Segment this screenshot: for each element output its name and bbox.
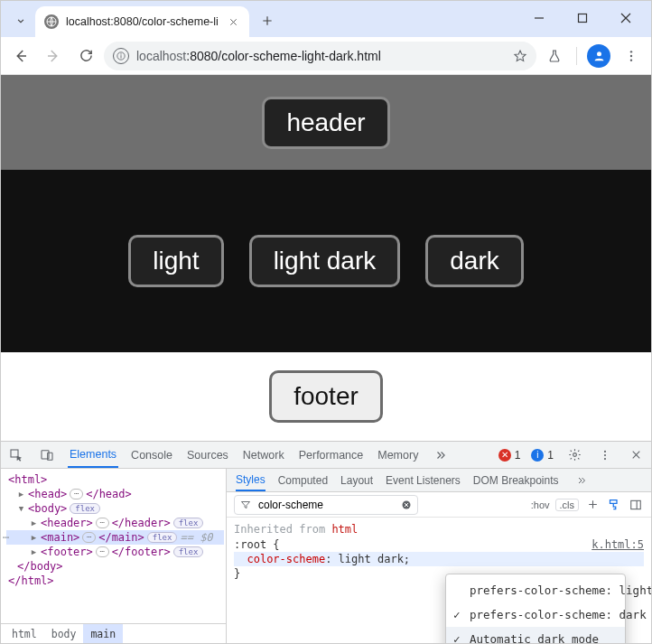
styles-rules[interactable]: Inherited from html k.html:5:root { colo… [227, 518, 651, 643]
separator [576, 47, 577, 65]
new-tab-button[interactable] [255, 8, 280, 33]
reload-icon [79, 48, 94, 63]
devtools-tab-console[interactable]: Console [129, 442, 174, 468]
page-main-band: light light dark dark [1, 170, 651, 352]
maximize-icon [577, 13, 588, 23]
kebab-icon [599, 449, 611, 462]
breadcrumb: html body main [1, 623, 226, 643]
computed-toggle-button[interactable] [628, 499, 644, 511]
bookmark-button[interactable] [513, 49, 527, 63]
svg-point-14 [604, 453, 606, 455]
devtools-tab-sources[interactable]: Sources [185, 442, 230, 468]
devtools-tab-memory[interactable]: Memory [376, 442, 420, 468]
tab-close-button[interactable] [226, 14, 242, 30]
clear-icon[interactable] [401, 499, 412, 510]
minimize-button[interactable] [519, 5, 559, 32]
chevrons-right-icon [434, 449, 447, 462]
page-main-button-dark[interactable]: dark [425, 235, 523, 287]
page-header-band: header [1, 75, 651, 170]
inspect-button[interactable] [6, 445, 26, 465]
color-scheme-popup: prefers-color-scheme: light ✓prefers-col… [445, 574, 626, 643]
crumb-main[interactable]: main [83, 624, 123, 643]
star-icon [513, 49, 527, 63]
crumb-html[interactable]: html [5, 624, 44, 643]
devtools-tab-performance[interactable]: Performance [297, 442, 366, 468]
svg-point-6 [630, 51, 632, 52]
devtools-body: <html> ▶<head> ⋯ </head> ▼<body> flex ▶<… [1, 469, 651, 643]
plus-icon [587, 499, 599, 510]
site-info-button[interactable] [113, 48, 129, 64]
back-button[interactable] [6, 42, 35, 70]
plus-icon [261, 14, 274, 27]
styles-tab-layout[interactable]: Layout [340, 474, 373, 487]
styles-pane: Styles Computed Layout Event Listeners D… [227, 469, 651, 643]
svg-rect-17 [631, 500, 641, 509]
cls-toggle[interactable]: .cls [555, 499, 580, 511]
address-bar[interactable]: localhost:8080/color-scheme-light-dark.h… [104, 42, 536, 70]
devtools-menu-button[interactable] [595, 445, 615, 465]
svg-point-5 [597, 51, 601, 56]
titlebar: localhost:8080/color-scheme-li [1, 1, 651, 37]
arrow-right-icon [45, 48, 61, 64]
filter-icon [240, 499, 251, 510]
device-toggle-button[interactable] [37, 445, 57, 465]
error-count[interactable]: ✕1 [498, 449, 521, 462]
styles-filter-input[interactable] [256, 498, 396, 512]
page-viewport: header light light dark dark footer [1, 75, 651, 441]
maximize-button[interactable] [563, 5, 602, 32]
paint-icon [608, 498, 621, 511]
svg-point-3 [120, 53, 121, 54]
info-count[interactable]: i1 [531, 449, 554, 462]
toolbar: localhost:8080/color-scheme-light-dark.h… [1, 37, 651, 75]
avatar-icon [587, 44, 610, 68]
devtools-close-button[interactable] [626, 445, 646, 465]
svg-rect-1 [579, 14, 587, 23]
reload-button[interactable] [71, 42, 100, 70]
devtools: Elements Console Sources Network Perform… [1, 441, 651, 643]
labs-button[interactable] [540, 42, 569, 70]
new-style-button[interactable] [584, 499, 601, 510]
page-footer-band: footer [1, 352, 651, 441]
page-main-button-light[interactable]: light [128, 235, 223, 287]
minimize-icon [534, 13, 545, 23]
dom-tree[interactable]: <html> ▶<head> ⋯ </head> ▼<body> flex ▶<… [1, 469, 227, 643]
page-main-button-lightdark[interactable]: light dark [249, 235, 401, 287]
devtools-tab-elements[interactable]: Elements [68, 442, 118, 468]
inspect-icon [9, 448, 23, 462]
tab-search-button[interactable] [8, 8, 33, 33]
styles-tab-styles[interactable]: Styles [236, 469, 265, 491]
svg-point-7 [630, 54, 632, 56]
popup-item-light[interactable]: prefers-color-scheme: light [446, 578, 625, 602]
svg-rect-4 [121, 55, 122, 58]
close-icon [228, 17, 238, 27]
devtools-settings-button[interactable] [564, 445, 584, 465]
page-header-button[interactable]: header [262, 97, 389, 149]
globe-icon [44, 14, 59, 29]
close-window-button[interactable] [606, 5, 646, 32]
styles-tabs: Styles Computed Layout Event Listeners D… [227, 469, 651, 492]
chevron-down-icon [14, 14, 27, 27]
arrow-left-icon [13, 48, 29, 64]
flask-icon [547, 49, 562, 63]
popup-item-dark[interactable]: ✓prefers-color-scheme: dark [446, 602, 625, 627]
devtools-tab-network[interactable]: Network [241, 442, 286, 468]
browser-tab[interactable]: localhost:8080/color-scheme-li [35, 6, 249, 37]
crumb-body[interactable]: body [44, 624, 84, 643]
styles-tab-event[interactable]: Event Listeners [386, 474, 461, 487]
svg-point-12 [573, 453, 576, 457]
hov-toggle[interactable]: :hov [531, 499, 550, 510]
styles-tabs-overflow[interactable] [572, 471, 591, 490]
styles-tab-dom[interactable]: DOM Breakpoints [473, 474, 559, 487]
browser-menu-button[interactable] [617, 42, 646, 70]
styles-tab-computed[interactable]: Computed [278, 474, 328, 487]
profile-button[interactable] [584, 42, 613, 70]
close-icon [620, 13, 631, 23]
chevrons-right-icon [576, 475, 587, 486]
panel-icon [629, 499, 642, 511]
page-footer-button[interactable]: footer [269, 370, 383, 423]
forward-button[interactable] [39, 42, 68, 70]
popup-item-auto[interactable]: ✓Automatic dark mode [446, 627, 625, 643]
rendering-emulation-button[interactable] [606, 498, 622, 511]
devtools-tabs-overflow-button[interactable] [431, 445, 451, 465]
close-icon [630, 449, 642, 461]
